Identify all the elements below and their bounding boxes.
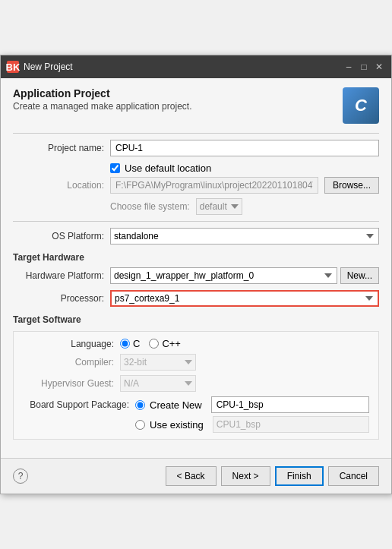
filesystem-select[interactable]: default [196,198,242,215]
close-button[interactable]: ✕ [373,61,385,73]
app-subtitle: Create a managed make application projec… [13,101,191,112]
use-existing-label: Use existing [150,419,204,431]
use-default-location-label: Use default location [125,162,211,174]
target-software-section: Language: C C++ Compiler: 32-bit [13,331,379,440]
app-logo: BK [7,61,19,73]
compiler-label: Compiler: [23,357,114,368]
use-existing-option[interactable]: Use existing [135,419,204,431]
os-divider [13,221,379,222]
use-default-location-checkbox[interactable] [110,163,120,173]
compiler-row: Compiler: 32-bit [23,354,369,371]
processor-select[interactable]: ps7_cortexa9_1 [110,290,379,307]
new-project-window: BK New Project – □ ✕ Application Project… [0,55,392,494]
next-button[interactable]: Next > [221,466,270,486]
help-button[interactable]: ? [13,469,28,484]
maximize-button[interactable]: □ [358,61,370,73]
language-radio-group: C C++ [120,338,181,349]
project-name-row: Project name: [13,140,379,156]
use-existing-select[interactable]: CPU1_bsp [213,416,369,433]
app-header: Application Project Create a managed mak… [13,87,379,124]
create-new-option[interactable]: Create New [135,399,202,411]
language-c-radio[interactable] [120,339,130,349]
language-c-label: C [133,338,140,349]
processor-label: Processor: [13,293,104,304]
project-name-label: Project name: [13,143,104,153]
back-button[interactable]: < Back [166,466,217,486]
app-title: Application Project [13,87,191,99]
dialog-footer: ? < Back Next > Finish Cancel [1,458,391,494]
footer-right: < Back Next > Finish Cancel [166,466,379,486]
dialog-content: Application Project Create a managed mak… [1,78,391,449]
header-divider [13,133,379,134]
create-new-label: Create New [150,399,202,411]
app-header-text: Application Project Create a managed mak… [13,87,191,112]
language-label: Language: [23,339,114,349]
os-platform-label: OS Platform: [13,231,104,241]
target-software-label: Target Software [13,314,379,325]
bsp-existing-row: Use existing CPU1_bsp [23,416,369,433]
hypervisor-select[interactable]: N/A [120,375,196,392]
os-platform-select[interactable]: standalone [110,228,379,245]
os-platform-row: OS Platform: standalone [13,228,379,245]
target-hardware-label: Target Hardware [13,252,379,263]
hardware-platform-select[interactable]: design_1_wrapper_hw_platform_0 [110,267,337,284]
title-bar: BK New Project – □ ✕ [1,55,391,78]
choose-filesystem-label: Choose file system: [110,201,190,212]
language-c-option[interactable]: C [120,338,140,349]
use-default-location-row: Use default location [110,162,379,174]
hardware-platform-group: design_1_wrapper_hw_platform_0 New... [110,267,379,284]
bsp-label: Board Support Package: [23,399,129,410]
language-cpp-radio[interactable] [149,339,159,349]
window-controls: – □ ✕ [343,61,385,73]
hardware-platform-row: Hardware Platform: design_1_wrapper_hw_p… [13,267,379,284]
processor-row: Processor: ps7_cortexa9_1 [13,290,379,307]
project-name-input[interactable] [110,140,379,156]
browse-button[interactable]: Browse... [324,177,379,194]
hypervisor-row: Hypervisor Guest: N/A [23,375,369,392]
language-row: Language: C C++ [23,338,369,349]
location-input[interactable] [110,177,318,194]
bsp-create-row: Board Support Package: Create New [23,396,369,413]
filesystem-row: Choose file system: default [110,198,379,215]
hypervisor-label: Hypervisor Guest: [23,378,114,389]
create-new-input[interactable] [211,396,369,413]
location-label: Location: [13,180,104,191]
hardware-platform-label: Hardware Platform: [13,270,104,281]
footer-left: ? [13,469,28,484]
language-cpp-option[interactable]: C++ [149,338,181,349]
compiler-select[interactable]: 32-bit [120,354,196,371]
create-new-radio[interactable] [135,400,145,410]
minimize-button[interactable]: – [343,61,355,73]
finish-button[interactable]: Finish [275,466,324,486]
language-cpp-label: C++ [162,338,181,349]
use-existing-radio[interactable] [135,420,145,430]
cancel-button[interactable]: Cancel [328,466,379,486]
app-icon [343,87,379,124]
location-row: Location: Browse... [13,177,379,194]
new-hardware-button[interactable]: New... [340,267,379,284]
window-title: New Project [24,62,338,72]
